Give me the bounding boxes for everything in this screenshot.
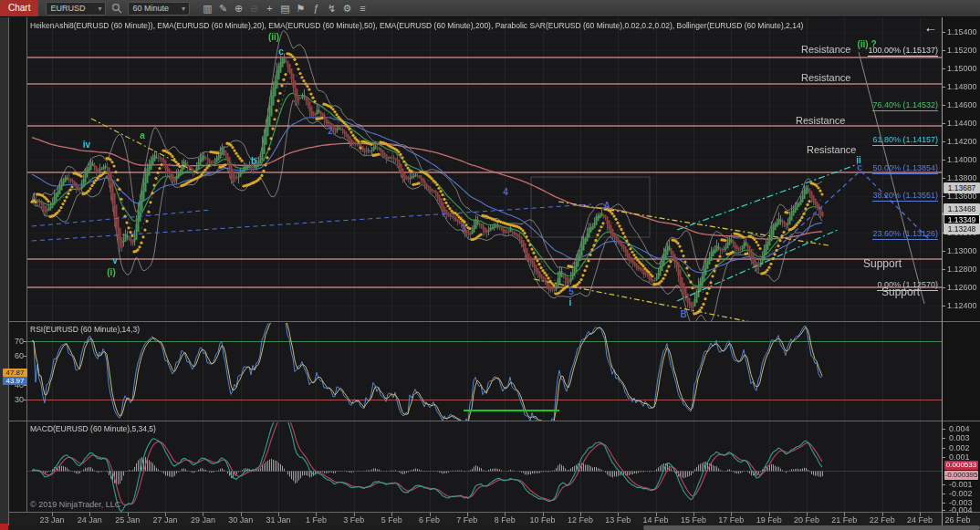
toolbar: Chart EURUSD ▾ 60 Minute ▾ ▥✎⊕⊖+▤⚑ƒ↯⚙≡ [0,0,980,17]
date-label: 17 Feb [718,515,744,525]
toolbar-icons: ▥✎⊕⊖+▤⚑ƒ↯⚙≡ [200,1,370,16]
price-marker: 1.13687 [944,182,980,193]
scrollbar-thumb[interactable] [643,525,980,530]
wave-label: B [680,309,686,319]
macd-tick: -0.002 [949,489,973,498]
date-label: 1 Feb [306,515,327,525]
wave-label: A [603,201,610,211]
date-label: 7 Feb [456,515,477,525]
chart-style-icon[interactable]: ▥ [200,1,215,16]
date-label: 6 Feb [419,515,440,525]
price-marker: 1.13468 [944,203,980,214]
price-tick: 1.14400 [947,119,977,128]
resistance-label: Resistance [801,44,850,55]
rsi-label: RSI(EURUSD (60 Minute),14,3) [30,325,140,334]
chevron-down-icon: ▾ [98,5,101,13]
list-icon[interactable]: ≡ [355,1,370,16]
chart-tab[interactable]: Chart [0,0,38,16]
indicators-icon[interactable]: ƒ [308,1,324,16]
macd-tick: 0.003 [949,433,970,442]
rsi-value-marker: 43.97 [3,377,27,385]
price-tick: 1.13000 [947,246,977,255]
date-label: 21 Feb [831,515,857,525]
price-tick: 1.12600 [947,283,977,292]
wave-label: (ii) [268,32,279,42]
date-label: 27 Jan [153,515,178,525]
crosshair-icon[interactable]: + [262,1,277,16]
price-marker: 1.13248 [944,223,980,234]
fib-level-label: 61.80% (1.14157) [872,135,938,146]
fib-level-label: 76.40% (1.14532) [872,100,938,111]
date-label: 12 Feb [568,515,593,525]
horizontal-scrollbar[interactable] [9,525,980,530]
price-tick: 1.14200 [947,137,977,146]
wave-label: c [857,162,862,172]
data-series-icon[interactable]: ▤ [277,1,293,16]
price-tick: 1.15000 [947,64,977,73]
red-status-square [0,524,8,530]
wave-label: b [251,156,256,166]
date-label: 23 Jan [39,515,64,525]
resistance-label: Resistance [801,72,850,83]
resistance-label: Resistance [796,115,845,126]
chart-window: Chart EURUSD ▾ 60 Minute ▾ ▥✎⊕⊖+▤⚑ƒ↯⚙≡ H… [0,0,980,530]
zoom-out-icon: ⊖ [246,1,262,16]
search-icon[interactable] [111,3,122,14]
instrument-label: EURUSD [50,4,85,13]
properties-icon[interactable]: ⚙ [339,1,355,16]
indicator-label: HeikenAshi8(EURUSD (60 Minute)), EMA(EUR… [30,21,803,30]
fib-level-label: 23.60% (1.13126) [872,229,938,240]
wave-label: v [112,255,118,265]
macd-tick: -0.001 [949,480,973,489]
fib-level-label: 38.20% (1.13551) [872,191,938,202]
date-label: 24 Jan [78,515,102,525]
wave-label: 2 [328,126,333,136]
resistance-label: Resistance [807,144,856,155]
wave-label: 3 [461,223,466,234]
collapse-panel-arrow[interactable]: ← [920,19,942,35]
fib-level-label: 50.00% (1.13854) [872,163,938,174]
macd-tick: 0.004 [949,424,970,433]
date-label: 13 Feb [605,515,631,525]
date-label: 8 Feb [495,515,516,525]
price-tick: 1.14000 [947,155,977,164]
macd-value-marker: 0.000533 [944,461,978,470]
wave-label: i [569,297,572,307]
wave-label: (ii) ? [857,39,876,49]
fib-level-label: 100.00% (1.15137) [868,46,938,57]
wave-label: 5 [568,286,574,296]
rsi-value-marker: 47.87 [3,369,27,377]
date-label: 25 Jan [115,515,140,525]
instrument-select[interactable]: EURUSD ▾ [46,2,106,16]
date-label: 10 Feb [530,515,556,525]
price-tick: 1.14800 [947,82,977,91]
date-label: 26 Feb [944,515,970,525]
alert-flag-icon[interactable]: ⚑ [293,1,308,16]
date-label: 24 Feb [907,515,933,525]
date-label: 29 Jan [191,515,215,525]
rsi-scale-tick: 70 [11,337,24,346]
date-label: 15 Feb [681,515,706,525]
zoom-in-icon[interactable]: ⊕ [231,1,246,16]
chevron-down-icon: ▾ [182,5,185,13]
wave-label: c [278,47,284,57]
draw-pencil-icon[interactable]: ✎ [215,1,231,16]
support-label: Support [863,257,902,270]
price-tick: 1.15200 [947,46,977,55]
rsi-scale-tick: 30 [11,395,24,404]
interval-label: 60 Minute [132,4,169,13]
interval-select[interactable]: 60 Minute ▾ [128,2,190,16]
date-label: 22 Feb [870,515,895,525]
wave-label: (i) [107,267,115,277]
date-label: 14 Feb [643,515,669,525]
date-label: 19 Feb [756,515,782,525]
price-tick: 1.12400 [947,301,977,310]
rsi-scale-tick: 60 [11,351,24,360]
macd-tick: 0.002 [949,443,970,452]
wave-label: iv [83,140,90,150]
wave-label: a [140,130,145,140]
wave-label: 4 [503,187,508,197]
price-tick: 1.13800 [947,173,977,182]
price-tick: 1.12800 [947,265,977,274]
drawing-tools-icon[interactable]: ↯ [324,1,339,16]
